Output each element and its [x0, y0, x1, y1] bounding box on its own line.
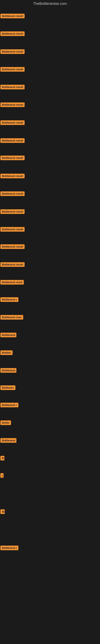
bottleneck-badge-11[interactable]: Bottleneck result: [0, 192, 25, 196]
bottleneck-item-18[interactable]: Bottleneck resu: [0, 315, 23, 320]
bottleneck-item-26[interactable]: B: [0, 456, 4, 461]
bottleneck-item-14[interactable]: Bottleneck result: [0, 244, 25, 250]
bottleneck-badge-15[interactable]: Bottleneck result: [0, 262, 25, 267]
bottleneck-badge-4[interactable]: Bottleneck result: [0, 67, 25, 72]
bottleneck-badge-14[interactable]: Bottleneck result: [0, 244, 25, 249]
bottleneck-item-6[interactable]: Bottleneck result: [0, 102, 25, 108]
bottleneck-item-24[interactable]: Bottle: [0, 420, 11, 426]
bottleneck-item-22[interactable]: Bottlenec: [0, 386, 15, 391]
bottleneck-badge-22[interactable]: Bottlenec: [0, 386, 15, 390]
bottleneck-badge-16[interactable]: Bottleneck resul: [0, 280, 24, 284]
bottleneck-badge-2[interactable]: Bottleneck result: [0, 32, 25, 36]
bottleneck-item-12[interactable]: Bottleneck result: [0, 209, 25, 215]
bottleneck-item-17[interactable]: Bottleneck r: [0, 297, 18, 303]
bottleneck-badge-7[interactable]: Bottleneck result: [0, 120, 25, 125]
items-container: Bottleneck resultBottleneck resultBottle…: [0, 8, 100, 644]
bottleneck-badge-28[interactable]: Bo: [0, 509, 5, 514]
bottleneck-item-4[interactable]: Bottleneck result: [0, 67, 25, 72]
bottleneck-badge-12[interactable]: Bottleneck result: [0, 209, 25, 214]
bottleneck-badge-29[interactable]: Bottleneck r: [0, 546, 18, 550]
bottleneck-item-28[interactable]: Bo: [0, 509, 5, 515]
bottleneck-item-3[interactable]: Bottleneck result: [0, 49, 25, 55]
bottleneck-item-25[interactable]: Bottleneck: [0, 438, 16, 444]
bottleneck-badge-8[interactable]: Bottleneck result: [0, 138, 25, 143]
bottleneck-badge-1[interactable]: Bottleneck result: [0, 14, 25, 18]
bottleneck-badge-17[interactable]: Bottleneck r: [0, 297, 18, 302]
bottleneck-badge-5[interactable]: Bottleneck result: [0, 85, 25, 89]
bottleneck-item-29[interactable]: Bottleneck r: [0, 546, 18, 551]
bottleneck-item-23[interactable]: Bottleneck r: [0, 403, 18, 408]
bottleneck-badge-20[interactable]: Bottlen: [0, 350, 13, 355]
bottleneck-badge-19[interactable]: Bottleneck: [0, 333, 16, 337]
bottleneck-item-20[interactable]: Bottlen: [0, 350, 13, 356]
bottleneck-badge-21[interactable]: Bottleneck: [0, 368, 16, 373]
bottleneck-item-5[interactable]: Bottleneck result: [0, 85, 25, 90]
bottleneck-item-16[interactable]: Bottleneck resul: [0, 280, 24, 285]
site-title: TheBottlenecker.com: [0, 0, 100, 8]
bottleneck-badge-26[interactable]: B: [0, 456, 4, 460]
bottleneck-item-10[interactable]: Bottleneck result: [0, 174, 25, 179]
site-title-container: TheBottlenecker.com: [0, 0, 100, 8]
bottleneck-item-9[interactable]: Bottleneck result: [0, 156, 25, 161]
bottleneck-badge-10[interactable]: Bottleneck result: [0, 174, 25, 178]
bottleneck-item-19[interactable]: Bottleneck: [0, 333, 16, 338]
bottleneck-item-7[interactable]: Bottleneck result: [0, 120, 25, 126]
bottleneck-badge-9[interactable]: Bottleneck result: [0, 156, 25, 160]
bottleneck-badge-27[interactable]: |: [0, 473, 3, 478]
bottleneck-badge-13[interactable]: Bottleneck result: [0, 227, 25, 232]
bottleneck-badge-25[interactable]: Bottleneck: [0, 438, 16, 443]
bottleneck-badge-18[interactable]: Bottleneck resu: [0, 315, 23, 320]
bottleneck-badge-23[interactable]: Bottleneck r: [0, 403, 18, 407]
bottleneck-badge-24[interactable]: Bottle: [0, 420, 11, 425]
bottleneck-item-13[interactable]: Bottleneck result: [0, 227, 25, 232]
bottleneck-badge-3[interactable]: Bottleneck result: [0, 49, 25, 54]
bottleneck-item-1[interactable]: Bottleneck result: [0, 14, 25, 19]
bottleneck-item-27[interactable]: |: [0, 473, 3, 478]
bottleneck-item-11[interactable]: Bottleneck result: [0, 192, 25, 197]
bottleneck-item-8[interactable]: Bottleneck result: [0, 138, 25, 144]
bottleneck-badge-6[interactable]: Bottleneck result: [0, 102, 25, 107]
bottleneck-item-21[interactable]: Bottleneck: [0, 368, 16, 374]
bottleneck-item-15[interactable]: Bottleneck result: [0, 262, 25, 268]
bottleneck-item-2[interactable]: Bottleneck result: [0, 32, 25, 37]
